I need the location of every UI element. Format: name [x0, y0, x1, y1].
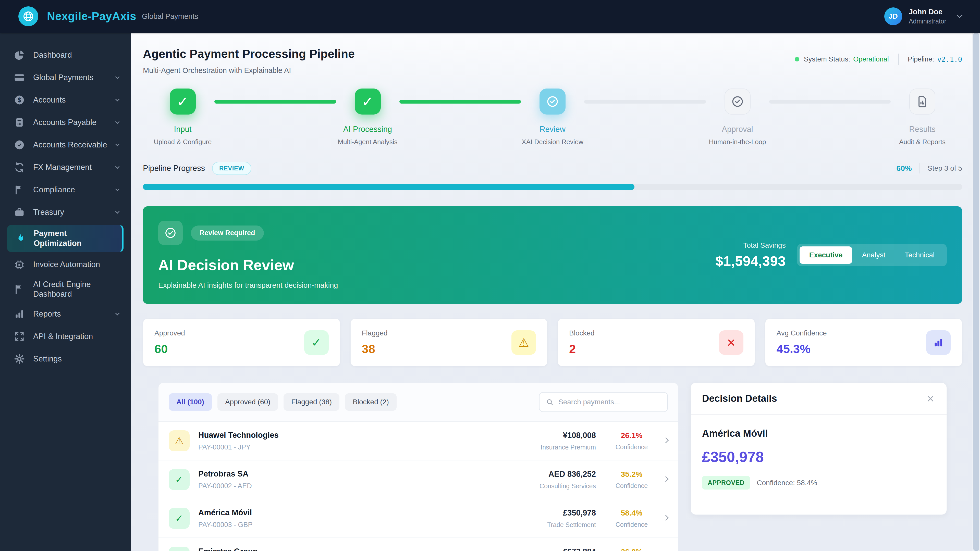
chevron-right-icon — [664, 438, 668, 443]
stat-card-flagged: Flagged 38 ⚠ — [350, 319, 548, 366]
total-savings: Total Savings $1,594,393 — [715, 241, 786, 269]
x-icon — [719, 330, 743, 355]
stats-row: Approved 60 ✓ Flagged 38 ⚠ Blocked 2 — [143, 319, 962, 366]
dollar-circle-icon: $ — [13, 94, 26, 106]
chevron-down-icon — [115, 210, 120, 214]
globe-icon — [22, 11, 34, 22]
payment-row[interactable]: ✓ Emirates Group PAY-00004 - EUR €673,88… — [159, 538, 678, 551]
topbar: Nexgile-PayAxis Global Payments JD John … — [0, 0, 980, 33]
cpu-icon — [13, 258, 26, 272]
flag-icon — [13, 283, 26, 296]
stage-badge: REVIEW — [212, 162, 251, 175]
ai-decision-banner: Review Required AI Decision Review Expla… — [143, 206, 962, 304]
step-input[interactable]: ✓ Input Upload & Configure — [155, 89, 211, 146]
sidebar-item-accounts[interactable]: $ Accounts — [0, 89, 130, 111]
status-value: Operational — [853, 56, 889, 63]
banner-title: AI Decision Review — [158, 256, 715, 273]
sidebar-item-dashboard[interactable]: Dashboard — [0, 44, 130, 66]
chevron-right-icon — [664, 516, 668, 521]
tab-blocked[interactable]: Blocked (2) — [345, 393, 396, 411]
page-subtitle: Multi-Agent Orchestration with Explainab… — [143, 66, 355, 75]
bar-chart-icon — [13, 307, 26, 321]
sidebar-item-accounts-receivable[interactable]: Accounts Receivable — [0, 134, 130, 156]
chevron-down-icon — [115, 120, 120, 124]
status-badge: APPROVED — [702, 476, 750, 489]
pipeline-stepper: ✓ Input Upload & Configure ✓ AI Processi… — [143, 89, 962, 146]
sidebar-item-invoice-automation[interactable]: Invoice Automation — [0, 254, 130, 276]
progress-step-text: Step 3 of 5 — [928, 164, 962, 172]
view-technical-button[interactable]: Technical — [895, 246, 944, 264]
chevron-down-icon — [115, 97, 120, 102]
bar-chart-icon — [926, 330, 951, 355]
calculator-icon — [13, 116, 26, 129]
view-executive-button[interactable]: Executive — [800, 246, 853, 264]
sidebar-item-global-payments[interactable]: Global Payments — [0, 66, 130, 89]
stat-card-blocked: Blocked 2 — [558, 319, 755, 366]
progress-bar — [143, 184, 962, 190]
expand-arrows-icon — [13, 330, 26, 343]
close-icon[interactable] — [926, 394, 935, 403]
total-savings-value: $1,594,393 — [715, 253, 786, 269]
review-required-pill: Review Required — [191, 225, 264, 241]
briefcase-icon — [13, 206, 26, 219]
step-ai-processing[interactable]: ✓ AI Processing Multi-Agent Analysis — [340, 89, 396, 146]
search-input[interactable] — [558, 398, 661, 406]
progress-bar-fill — [143, 184, 635, 190]
gear-icon — [13, 352, 26, 365]
tab-approved[interactable]: Approved (60) — [218, 393, 278, 411]
circle-check-icon — [158, 221, 183, 245]
chevron-down-icon — [115, 165, 120, 169]
view-switcher: Executive Analyst Technical — [797, 244, 947, 266]
brand-logo — [18, 6, 38, 26]
warning-icon: ⚠ — [511, 330, 536, 355]
flag-icon — [13, 183, 26, 197]
pie-chart-icon — [13, 48, 26, 62]
exchange-icon — [13, 161, 26, 174]
check-icon: ✓ — [169, 547, 189, 551]
sidebar-item-settings[interactable]: Settings — [0, 348, 130, 370]
stat-card-avg-confidence: Avg Confidence 45.3% — [765, 319, 963, 366]
detail-company: América Móvil — [702, 428, 935, 439]
step-results[interactable]: Results Audit & Reports — [894, 89, 950, 146]
clock-icon — [13, 138, 26, 151]
app-window: Nexgile-PayAxis Global Payments JD John … — [0, 0, 980, 551]
payment-row[interactable]: ✓ Petrobras SA PAY-00002 - AED AED 836,2… — [159, 460, 678, 499]
filter-tabs: All (100) Approved (60) Flagged (38) Blo… — [159, 383, 678, 422]
sidebar-item-ai-credit-engine[interactable]: AI Credit Engine Dashboard — [0, 276, 130, 303]
progress-percent: 60% — [897, 164, 912, 173]
view-analyst-button[interactable]: Analyst — [852, 246, 895, 264]
check-icon: ✓ — [169, 508, 189, 529]
tab-flagged[interactable]: Flagged (38) — [283, 393, 339, 411]
pipeline-progress-row: Pipeline Progress REVIEW 60% Step 3 of 5 — [143, 162, 962, 175]
step-approval[interactable]: Approval Human-in-the-Loop — [710, 89, 765, 146]
sidebar-item-reports[interactable]: Reports — [0, 303, 130, 325]
system-status: System Status: Operational Pipeline: v2.… — [795, 54, 962, 65]
detail-confidence: Confidence: 58.4% — [757, 479, 817, 487]
scrollbar[interactable] — [972, 33, 980, 551]
sidebar-item-fx-management[interactable]: FX Management — [0, 156, 130, 179]
tab-all[interactable]: All (100) — [169, 393, 212, 411]
search-icon — [546, 398, 554, 406]
payment-row[interactable]: ✓ América Móvil PAY-00003 - GBP £350,978… — [159, 499, 678, 538]
user-info[interactable]: John Doe Administrator — [909, 8, 946, 25]
detail-amount: £350,978 — [702, 448, 935, 465]
chevron-down-icon — [115, 75, 120, 79]
warning-icon: ⚠ — [169, 430, 189, 451]
chevron-down-icon — [115, 187, 120, 191]
step-review[interactable]: Review XAI Decision Review — [525, 89, 581, 146]
badge-check-icon — [724, 89, 751, 114]
chevron-down-icon[interactable] — [957, 13, 963, 18]
chevron-down-icon — [115, 311, 120, 316]
avatar[interactable]: JD — [884, 7, 902, 25]
search-box[interactable] — [539, 392, 668, 412]
main-content: Agentic Payment Processing Pipeline Mult… — [130, 33, 980, 551]
sidebar-item-treasury[interactable]: Treasury — [0, 201, 130, 224]
status-dot — [795, 57, 799, 62]
sidebar-item-payment-optimization[interactable]: Payment Optimization — [7, 225, 124, 252]
payment-row[interactable]: ⚠ Huawei Technologies PAY-00001 - JPY ¥1… — [159, 422, 678, 460]
sidebar-item-api-integration[interactable]: API & Integration — [0, 325, 130, 348]
sidebar-item-compliance[interactable]: Compliance — [0, 179, 130, 201]
user-role: Administrator — [909, 17, 946, 25]
chevron-down-icon — [115, 142, 120, 146]
sidebar-item-accounts-payable[interactable]: Accounts Payable — [0, 111, 130, 134]
